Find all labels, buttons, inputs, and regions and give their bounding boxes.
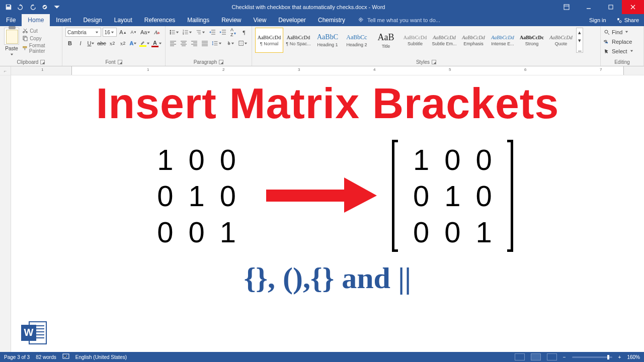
spellcheck-icon[interactable] — [62, 353, 69, 360]
zoom-level[interactable]: 160% — [627, 354, 640, 360]
tab-file[interactable]: File — [0, 14, 22, 26]
read-mode-icon[interactable] — [515, 353, 525, 360]
sort-button[interactable]: AZ — [229, 28, 238, 37]
shading-button[interactable] — [224, 39, 235, 48]
paragraph-dialog-icon[interactable] — [219, 60, 223, 64]
svg-point-20 — [605, 30, 608, 33]
format-painter-button[interactable]: Format Painter — [22, 43, 59, 54]
tab-developer[interactable]: Developer — [272, 14, 312, 26]
style--normal[interactable]: AaBbCcDd¶ Normal — [255, 28, 283, 53]
highlight-button[interactable] — [139, 39, 150, 48]
tab-view[interactable]: View — [248, 14, 273, 26]
borders-button[interactable] — [237, 39, 249, 48]
tab-mailings[interactable]: Mailings — [181, 14, 215, 26]
svg-rect-10 — [24, 37, 27, 41]
tab-review[interactable]: Review — [215, 14, 247, 26]
maximize-button[interactable] — [600, 0, 622, 14]
tab-insert[interactable]: Insert — [50, 14, 77, 26]
grow-font-button[interactable]: A▲ — [118, 28, 127, 37]
tab-chemistry[interactable]: Chemistry — [312, 14, 351, 26]
style-subtitle[interactable]: AaBbCcDdSubtitle — [401, 28, 429, 53]
status-page[interactable]: Page 3 of 3 — [4, 354, 30, 360]
style--no-spac-[interactable]: AaBbCcDd¶ No Spac... — [284, 28, 312, 53]
minimize-button[interactable] — [578, 0, 600, 14]
align-right-button[interactable] — [190, 39, 199, 48]
text-effects-button[interactable]: A — [129, 39, 138, 48]
touchmode-icon[interactable] — [40, 3, 49, 12]
page[interactable]: Insert Matrix Brackets 100010001 1000100… — [11, 75, 644, 352]
document-title: Checklist with checkbox that automatical… — [61, 4, 555, 10]
superscript-button[interactable]: x2 — [118, 39, 127, 48]
align-center-button[interactable] — [179, 39, 188, 48]
share-label: Share — [624, 17, 639, 23]
vertical-ruler[interactable] — [0, 75, 11, 352]
font-name-input[interactable]: Cambria — [65, 28, 101, 37]
underline-button[interactable]: U — [87, 39, 96, 48]
tab-design[interactable]: Design — [77, 14, 108, 26]
close-button[interactable] — [622, 0, 644, 14]
font-dialog-icon[interactable] — [118, 60, 122, 64]
line-spacing-button[interactable] — [211, 39, 223, 48]
italic-button[interactable]: I — [76, 39, 85, 48]
bullets-button[interactable] — [169, 28, 180, 37]
svg-text:3: 3 — [183, 33, 184, 35]
styles-dialog-icon[interactable] — [432, 60, 436, 64]
tell-me-placeholder: Tell me what you want to do... — [367, 17, 440, 23]
svg-point-4 — [360, 19, 362, 21]
decrease-indent-button[interactable] — [208, 28, 217, 37]
copy-button[interactable]: Copy — [22, 35, 59, 41]
increase-indent-button[interactable] — [218, 28, 227, 37]
paste-label: Paste — [5, 46, 18, 51]
style-subtle-em-[interactable]: AaBbCcDdSubtle Em... — [430, 28, 458, 53]
align-left-button[interactable] — [169, 39, 178, 48]
share-button[interactable]: Share — [611, 14, 644, 26]
chevron-down-icon[interactable] — [10, 52, 14, 57]
print-layout-icon[interactable] — [531, 353, 541, 360]
font-color-button[interactable]: A — [151, 39, 162, 48]
style-intense-e-[interactable]: AaBbCcDdIntense E... — [489, 28, 517, 53]
cut-button[interactable]: Cut — [22, 28, 59, 34]
zoom-slider[interactable] — [572, 356, 612, 358]
find-button[interactable]: Find — [604, 28, 640, 36]
horizontal-ruler[interactable]: ⌐ 1 1 2 3 4 5 6 7 — [0, 66, 644, 75]
paste-button[interactable]: Paste — [3, 28, 20, 57]
bold-button[interactable]: B — [65, 39, 74, 48]
qat-more-icon[interactable] — [52, 3, 61, 12]
font-size-input[interactable]: 16 — [103, 28, 117, 37]
replace-button[interactable]: abReplace — [604, 37, 640, 46]
tab-home[interactable]: Home — [22, 14, 50, 26]
style-emphasis[interactable]: AaBbCcDdEmphasis — [459, 28, 488, 53]
zoom-out-button[interactable]: − — [563, 354, 566, 360]
shrink-font-button[interactable]: A▼ — [129, 28, 138, 37]
web-layout-icon[interactable] — [547, 353, 557, 360]
tab-layout[interactable]: Layout — [108, 14, 138, 26]
clipboard-dialog-icon[interactable] — [40, 60, 45, 64]
subscript-button[interactable]: x2 — [108, 39, 117, 48]
zoom-in-button[interactable]: + — [618, 354, 621, 360]
status-words[interactable]: 82 words — [36, 354, 56, 360]
select-button[interactable]: Select — [604, 47, 640, 55]
justify-button[interactable] — [200, 39, 209, 48]
save-icon[interactable] — [4, 3, 13, 12]
strikethrough-button[interactable]: abc — [97, 39, 106, 48]
document-area[interactable]: Insert Matrix Brackets 100010001 1000100… — [0, 75, 644, 352]
status-language[interactable]: English (United States) — [75, 354, 127, 360]
ribbon-options-icon[interactable] — [555, 0, 578, 14]
style-heading-[interactable]: AaBbCHeading 1 — [313, 28, 342, 53]
tab-references[interactable]: References — [138, 14, 181, 26]
sign-in-link[interactable]: Sign in — [584, 14, 611, 26]
status-bar: Page 3 of 3 82 words English (United Sta… — [0, 352, 644, 362]
multilevel-list-button[interactable] — [195, 28, 206, 37]
style-title[interactable]: AaBTitle — [372, 28, 400, 53]
show-marks-button[interactable]: ¶ — [239, 28, 249, 37]
redo-icon[interactable] — [28, 3, 37, 12]
clear-formatting-button[interactable]: A — [153, 28, 162, 37]
style-strong[interactable]: AaBbCcDcStrong — [518, 28, 546, 53]
style-heading-[interactable]: AaBbCcHeading 2 — [343, 28, 371, 53]
style-quote[interactable]: AaBbCcDdQuote — [547, 28, 575, 53]
change-case-button[interactable]: Aa — [139, 28, 151, 37]
tell-me-search[interactable]: Tell me what you want to do... — [351, 14, 440, 26]
style-gallery-scroll[interactable]: ▴▾⎯ — [576, 28, 583, 53]
numbering-button[interactable]: 123 — [182, 28, 193, 37]
undo-icon[interactable] — [16, 3, 25, 12]
